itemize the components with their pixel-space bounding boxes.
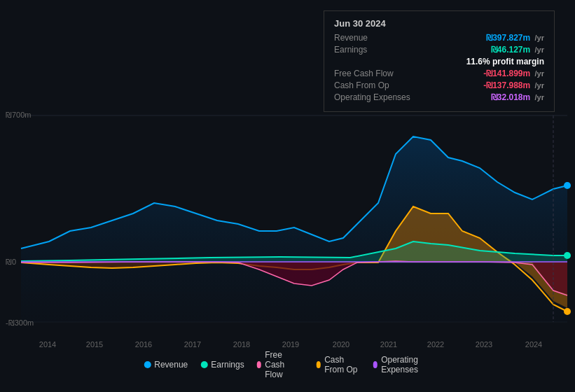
x-label-2019: 2019 [282,340,299,349]
x-label-2022: 2022 [427,340,444,349]
tooltip-value-earnings: ₪46.127m /yr [491,45,544,55]
x-label-2024: 2024 [525,340,542,349]
tooltip-label-revenue: Revenue [334,33,368,43]
x-label-2016: 2016 [135,340,152,349]
legend-dot-cfo [317,361,321,368]
legend-item-earnings[interactable]: Earnings [200,360,244,370]
x-label-2014: 2014 [39,340,56,349]
legend-dot-revenue [144,361,151,368]
tooltip-profit-margin-row: 11.6% profit margin [334,57,544,66]
tooltip-profit-margin: 11.6% profit margin [466,57,544,66]
tooltip-date: Jun 30 2024 [334,18,544,29]
tooltip-label-opex: Operating Expenses [334,92,410,102]
chart-container: ₪700m ₪0 -₪300m 2014 2015 2016 2017 2018… [0,0,575,392]
legend-dot-earnings [200,361,207,368]
svg-point-7 [564,308,571,315]
legend-label-cfo: Cash From Op [324,355,360,374]
tooltip-row-cfo: Cash From Op -₪137.988m /yr [334,80,544,90]
x-label-2015: 2015 [86,340,103,349]
svg-point-6 [564,182,571,189]
tooltip-value-revenue: ₪397.827m /yr [486,33,544,43]
chart-legend: Revenue Earnings Free Cash Flow Cash Fro… [144,350,431,379]
tooltip-value-cfo: -₪137.988m /yr [483,80,544,90]
tooltip-label-fcf: Free Cash Flow [334,69,394,78]
tooltip-row-fcf: Free Cash Flow -₪141.899m /yr [334,69,544,78]
x-label-2021: 2021 [380,340,397,349]
x-label-2018: 2018 [233,340,250,349]
y-label-700: ₪700m [6,111,32,120]
x-label-2017: 2017 [184,340,201,349]
tooltip-label-cfo: Cash From Op [334,80,389,90]
legend-dot-opex [373,361,378,368]
tooltip-row-revenue: Revenue ₪397.827m /yr [334,33,544,43]
y-label-neg300: -₪300m [6,318,34,328]
tooltip-row-opex: Operating Expenses ₪32.018m /yr [334,92,544,102]
legend-item-opex[interactable]: Operating Expenses [373,355,431,374]
tooltip-label-earnings: Earnings [334,45,367,55]
legend-label-earnings: Earnings [211,360,244,370]
legend-item-fcf[interactable]: Free Cash Flow [257,350,304,379]
legend-item-revenue[interactable]: Revenue [144,360,188,370]
tooltip-box: Jun 30 2024 Revenue ₪397.827m /yr Earnin… [324,10,555,112]
legend-item-cfo[interactable]: Cash From Op [317,355,361,374]
tooltip-value-fcf: -₪141.899m /yr [483,69,544,78]
x-label-2020: 2020 [333,340,349,349]
x-label-2023: 2023 [476,340,492,349]
legend-label-opex: Operating Expenses [381,355,431,374]
svg-point-8 [564,252,571,259]
legend-label-fcf: Free Cash Flow [265,350,303,379]
legend-dot-fcf [257,361,262,368]
y-label-0: ₪0 [6,258,16,267]
tooltip-row-earnings: Earnings ₪46.127m /yr [334,45,544,55]
tooltip-value-opex: ₪32.018m /yr [491,92,544,102]
legend-label-revenue: Revenue [154,360,188,370]
